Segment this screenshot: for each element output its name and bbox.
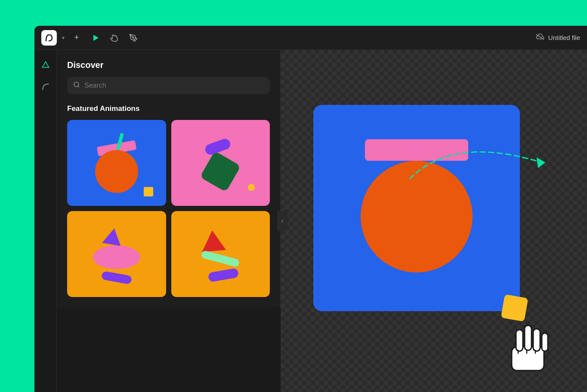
hand-tool-button[interactable]: [108, 31, 121, 45]
animation-card-1[interactable]: [67, 120, 166, 206]
card4-purple-squiggle: [208, 268, 239, 282]
file-title-area: Untitled file: [535, 33, 580, 43]
sidebar-curve-icon[interactable]: [38, 79, 53, 95]
search-bar[interactable]: [67, 77, 270, 94]
card-1-illustration: [67, 120, 166, 206]
toolbar: ▾ + Untitled file: [34, 26, 587, 50]
sidebar-shapes-icon[interactable]: [38, 57, 53, 72]
animations-grid: [57, 120, 280, 307]
card-2-illustration: [171, 120, 270, 206]
chevron-down-icon[interactable]: ▾: [62, 35, 65, 41]
pen-tool-button[interactable]: [127, 31, 140, 45]
discover-panel: Discover Featured Animations: [57, 50, 281, 307]
file-title: Untitled file: [548, 34, 580, 41]
card3-purple-squiggle: [101, 271, 132, 285]
canvas-pink-bar: [365, 139, 468, 161]
app-logo[interactable]: [41, 30, 57, 46]
svg-point-3: [74, 82, 79, 87]
canvas-orange-circle: [361, 161, 473, 273]
card1-yellow-square: [144, 187, 153, 196]
collapse-panel-button[interactable]: ‹: [277, 211, 287, 231]
card-3-illustration: [67, 211, 166, 297]
canvas-card: [313, 105, 520, 311]
play-button[interactable]: [89, 31, 102, 45]
card3-pink-blob: [93, 245, 140, 269]
animation-card-3[interactable]: [67, 211, 166, 297]
canvas-area[interactable]: [281, 50, 587, 392]
card4-red-triangle: [200, 230, 226, 252]
card2-green-diamond: [200, 151, 241, 192]
app-window: ▾ + Untitled file: [34, 26, 587, 392]
canvas-yellow-square: [501, 294, 528, 322]
left-sidebar: [34, 50, 57, 392]
no-cloud-icon: [535, 33, 545, 43]
svg-marker-0: [93, 35, 99, 41]
discover-panel-wrapper: Discover Featured Animations: [57, 50, 281, 392]
card-4-illustration: [171, 211, 270, 297]
svg-point-1: [133, 37, 134, 38]
search-icon: [73, 81, 80, 90]
animation-card-4[interactable]: [171, 211, 270, 297]
animation-card-2[interactable]: [171, 120, 270, 206]
search-input[interactable]: [84, 82, 264, 89]
add-button[interactable]: +: [70, 31, 83, 45]
discover-title: Discover: [57, 50, 280, 77]
card1-orange-circle: [95, 150, 138, 193]
card3-purple-triangle: [102, 227, 124, 246]
card2-yellow-dot: [248, 184, 255, 191]
featured-animations-title: Featured Animations: [57, 104, 280, 120]
card4-green-stick: [201, 250, 240, 268]
main-content: Discover Featured Animations: [34, 50, 587, 392]
